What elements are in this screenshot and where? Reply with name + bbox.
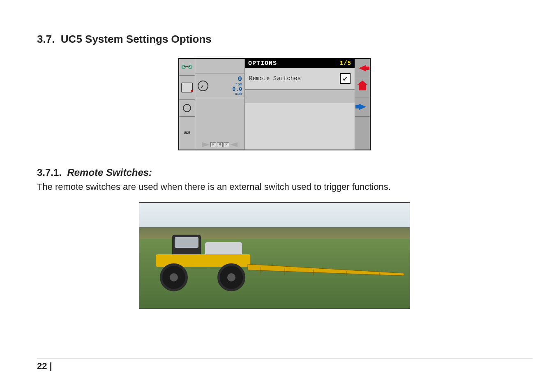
section-heading: 3.7. UC5 System Settings Options bbox=[37, 33, 512, 46]
tab-folder[interactable] bbox=[179, 76, 195, 100]
boom-section: M bbox=[217, 142, 223, 147]
boom-sections: M M M bbox=[199, 141, 240, 148]
page-number: 22 | bbox=[37, 361, 52, 371]
sprayer-image bbox=[139, 202, 410, 309]
left-tab-bar: UC5 bbox=[179, 59, 195, 150]
softkey-home[interactable] bbox=[355, 78, 370, 97]
home-icon bbox=[359, 85, 366, 90]
document-page: 3.7. UC5 System Settings Options UC5 bbox=[0, 0, 549, 392]
tab-link[interactable] bbox=[179, 100, 195, 117]
arrow-right-icon bbox=[359, 104, 366, 110]
options-titlebar: OPTIONS 1/5 bbox=[245, 59, 355, 68]
speed-value: 0.0 bbox=[211, 87, 242, 92]
photo-boom bbox=[246, 264, 406, 277]
speed-unit: mph bbox=[211, 92, 242, 96]
option-row-remote-switches[interactable]: Remote Switches ✔ bbox=[245, 68, 355, 90]
sprayer-photo bbox=[37, 202, 512, 309]
tab-uc5[interactable]: UC5 bbox=[179, 117, 195, 150]
status-stats: 0 rpm 0.0 mph bbox=[195, 74, 245, 98]
axle-icon bbox=[182, 64, 192, 70]
status-top-spacer bbox=[195, 59, 245, 74]
boom-right-wing-icon bbox=[230, 142, 238, 147]
rpm-value: 0 bbox=[211, 76, 242, 83]
footer-rule bbox=[37, 358, 533, 359]
options-main: OPTIONS 1/5 Remote Switches ✔ bbox=[245, 59, 355, 150]
boom-section: M bbox=[224, 142, 229, 147]
boom-left-wing-icon bbox=[202, 142, 210, 147]
link-icon bbox=[183, 104, 191, 112]
tractor-wheel bbox=[217, 263, 245, 291]
folder-x-icon bbox=[181, 83, 193, 92]
softkey-column bbox=[355, 59, 370, 150]
section-title: UC5 System Settings Options bbox=[61, 33, 212, 45]
photo-tractor bbox=[156, 235, 250, 284]
tab-axle[interactable] bbox=[179, 59, 195, 76]
boom-icon bbox=[246, 264, 406, 277]
uc5-options-screen: UC5 0 rpm 0.0 mph M bbox=[178, 58, 371, 150]
tractor-wheel bbox=[160, 263, 188, 291]
subsection-number: 3.7.1. bbox=[37, 167, 62, 178]
uc5-label: UC5 bbox=[184, 131, 190, 135]
softkey-next[interactable] bbox=[355, 97, 370, 117]
arrow-left-icon bbox=[359, 65, 366, 71]
gauge-icon bbox=[198, 81, 208, 91]
boom-indicator-row: M M M bbox=[195, 98, 245, 150]
stat-readout: 0 rpm 0.0 mph bbox=[211, 76, 242, 96]
subsection-heading: 3.7.1. Remote Switches: bbox=[37, 167, 512, 178]
boom-section: M bbox=[210, 142, 216, 147]
options-page-indicator: 1/5 bbox=[340, 60, 351, 67]
options-empty-area bbox=[245, 103, 355, 150]
softkey-back[interactable] bbox=[355, 59, 370, 78]
subsection-title: Remote Switches: bbox=[67, 167, 152, 178]
option-row-label: Remote Switches bbox=[249, 75, 301, 82]
tractor-cab bbox=[172, 235, 201, 257]
section-number: 3.7. bbox=[37, 33, 55, 45]
options-screenshot: UC5 0 rpm 0.0 mph M bbox=[37, 58, 512, 150]
options-title-text: OPTIONS bbox=[248, 60, 277, 67]
softkey-empty bbox=[355, 117, 370, 150]
svg-marker-0 bbox=[248, 264, 404, 276]
checkbox-checked-icon[interactable]: ✔ bbox=[340, 73, 351, 84]
status-column: 0 rpm 0.0 mph M M M bbox=[195, 59, 245, 150]
body-paragraph: The remote switches are used when there … bbox=[37, 182, 512, 192]
